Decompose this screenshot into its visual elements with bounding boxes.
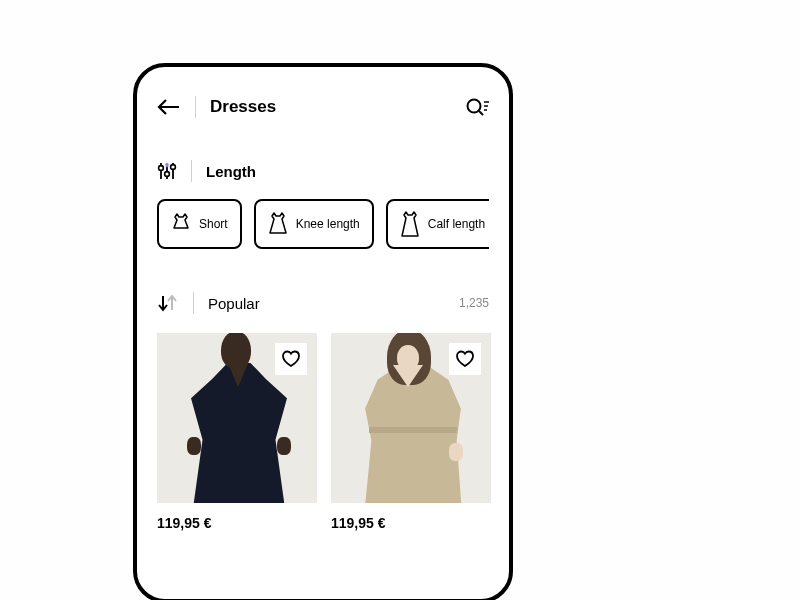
heart-icon: [281, 350, 301, 368]
filter-chip-knee-length[interactable]: Knee length: [254, 199, 374, 249]
sort-label[interactable]: Popular: [208, 295, 459, 312]
svg-point-11: [171, 165, 176, 170]
product-image[interactable]: [331, 333, 491, 503]
heart-icon: [455, 350, 475, 368]
chip-label: Short: [199, 217, 228, 231]
svg-point-10: [165, 172, 170, 177]
page-title: Dresses: [210, 97, 465, 117]
result-count: 1,235: [459, 296, 489, 310]
divider: [193, 292, 194, 314]
product-card[interactable]: 119,95 €: [157, 333, 317, 531]
svg-point-12: [165, 163, 169, 167]
device-frame: Dresses: [133, 63, 513, 600]
filter-bar: Length: [157, 159, 489, 183]
search-icon[interactable]: [465, 97, 489, 117]
favorite-button[interactable]: [275, 343, 307, 375]
product-card[interactable]: 119,95 €: [331, 333, 491, 531]
dress-icon: [171, 212, 191, 236]
product-price: 119,95 €: [331, 515, 491, 531]
chip-label: Knee length: [296, 217, 360, 231]
favorite-button[interactable]: [449, 343, 481, 375]
divider: [191, 160, 192, 182]
sort-bar: Popular 1,235: [157, 291, 489, 315]
top-bar: Dresses: [157, 93, 489, 121]
product-grid: 119,95 €: [157, 333, 489, 531]
filter-chip-short[interactable]: Short: [157, 199, 242, 249]
svg-point-9: [159, 166, 164, 171]
filter-label[interactable]: Length: [206, 163, 256, 180]
dress-icon: [268, 211, 288, 237]
dress-icon: [400, 210, 420, 238]
svg-point-1: [468, 100, 481, 113]
svg-line-2: [479, 111, 483, 115]
filter-chip-calf-length[interactable]: Calf length: [386, 199, 489, 249]
sliders-icon[interactable]: [157, 161, 177, 181]
sort-icon[interactable]: [157, 293, 179, 313]
product-image[interactable]: [157, 333, 317, 503]
back-arrow-icon[interactable]: [157, 99, 181, 115]
divider: [195, 96, 196, 118]
filter-chip-row[interactable]: Short Knee length Calf length: [157, 199, 489, 249]
chip-label: Calf length: [428, 217, 485, 231]
product-price: 119,95 €: [157, 515, 317, 531]
